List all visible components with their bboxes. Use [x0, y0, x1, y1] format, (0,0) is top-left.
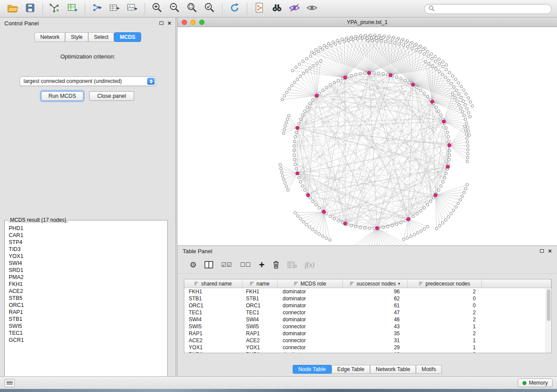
- tab-node-table[interactable]: Node Table: [293, 365, 332, 374]
- table-cell[interactable]: connector: [277, 323, 343, 330]
- level-of-detail-button[interactable]: [286, 2, 303, 16]
- zoom-out-button[interactable]: [166, 2, 183, 16]
- table-row[interactable]: ORC1ORC1dominator610: [184, 302, 546, 309]
- close-table-panel-icon[interactable]: ×: [548, 248, 552, 254]
- mcds-result-item[interactable]: ORC1: [9, 302, 163, 309]
- task-history-button[interactable]: [4, 379, 15, 387]
- mcds-result-item[interactable]: TEC1: [9, 330, 163, 337]
- run-mcds-button[interactable]: Run MCDS: [41, 91, 83, 101]
- apply-layout-button[interactable]: [226, 2, 243, 16]
- mcds-result-item[interactable]: TID3: [9, 246, 163, 253]
- export-network-button[interactable]: [89, 2, 106, 16]
- tab-select[interactable]: Select: [88, 32, 114, 42]
- mcds-result-item[interactable]: ACE2: [9, 288, 163, 295]
- table-cell[interactable]: FKH1: [184, 288, 242, 295]
- optimization-criterion-select[interactable]: largest connected component (undirected): [20, 76, 156, 86]
- table-cell[interactable]: 2: [408, 309, 482, 316]
- network-canvas[interactable]: [177, 27, 557, 245]
- add-column-icon[interactable]: +: [259, 259, 265, 271]
- table-cell[interactable]: connector: [277, 309, 343, 316]
- tab-style[interactable]: Style: [65, 32, 88, 42]
- table-cell[interactable]: 0: [408, 302, 482, 309]
- show-columns-icon[interactable]: [204, 261, 213, 268]
- search-input[interactable]: [437, 6, 547, 12]
- table-cell[interactable]: 0: [408, 351, 482, 353]
- table-cell[interactable]: 1: [408, 323, 482, 330]
- table-cell[interactable]: [482, 330, 546, 337]
- table-row[interactable]: SWI5SWI5connector431: [184, 323, 546, 330]
- tab-network-table[interactable]: Network Table: [370, 365, 416, 374]
- close-panel-icon[interactable]: ×: [168, 20, 171, 26]
- mcds-result-list[interactable]: PHD1CAR1STP4TID3YOX1SWI4SRD1PMA2FKH1ACE2…: [5, 224, 167, 382]
- table-scrollbar-thumb[interactable]: [547, 289, 550, 321]
- table-cell[interactable]: TEC1: [242, 309, 277, 316]
- table-cell[interactable]: 43: [343, 323, 408, 330]
- table-cell[interactable]: dominator: [277, 288, 343, 295]
- table-cell[interactable]: 2: [408, 330, 482, 337]
- table-cell[interactable]: SWI5: [242, 323, 277, 330]
- mcds-result-item[interactable]: SWI4: [9, 260, 163, 267]
- table-cell[interactable]: SWI4: [242, 316, 277, 323]
- table-row[interactable]: PHD1PHD1dominator180: [184, 351, 546, 353]
- table-cell[interactable]: ORC1: [242, 302, 277, 309]
- table-cell[interactable]: 29: [343, 344, 408, 351]
- table-cell[interactable]: connector: [277, 344, 343, 351]
- show-graphics-details-button[interactable]: [304, 2, 320, 16]
- table-cell[interactable]: [482, 288, 546, 295]
- node-table-body[interactable]: FKH1FKH1dominator962STB1STB1dominator620…: [184, 288, 546, 353]
- open-file-button[interactable]: [4, 2, 21, 16]
- float-panel-icon[interactable]: [159, 21, 163, 25]
- table-row[interactable]: STB1STB1dominator620: [184, 295, 546, 302]
- table-cell[interactable]: ORC1: [184, 302, 242, 309]
- float-table-panel-icon[interactable]: [540, 249, 544, 253]
- table-cell[interactable]: [482, 323, 546, 330]
- table-cell[interactable]: ACE2: [184, 337, 242, 344]
- table-cell[interactable]: [482, 295, 546, 302]
- close-panel-button[interactable]: Close panel: [89, 91, 134, 101]
- mcds-result-item[interactable]: GCR1: [9, 337, 163, 344]
- table-cell[interactable]: STB1: [242, 295, 277, 302]
- column-header-successor-nodes[interactable]: successor nodes ▾: [343, 279, 408, 288]
- table-cell[interactable]: 1: [408, 344, 482, 351]
- deselect-all-columns-icon[interactable]: ☐☐: [240, 261, 251, 268]
- table-cell[interactable]: 35: [343, 330, 408, 337]
- table-cell[interactable]: dominator: [277, 351, 343, 353]
- mcds-result-item[interactable]: SWI5: [9, 323, 163, 330]
- mcds-result-item[interactable]: STP4: [9, 239, 163, 246]
- mcds-result-item[interactable]: CAR1: [9, 232, 163, 239]
- table-cell[interactable]: YOX1: [184, 344, 242, 351]
- table-row[interactable]: SWI4SWI4dominator462: [184, 316, 546, 323]
- column-header-name[interactable]: name: [242, 279, 277, 288]
- column-header-predecessor-nodes[interactable]: predecessor nodes: [408, 279, 482, 288]
- mcds-result-item[interactable]: PHD1: [9, 225, 163, 232]
- table-row[interactable]: TEC1TEC1connector472: [184, 309, 546, 316]
- tab-motifs[interactable]: Motifs: [416, 365, 442, 374]
- table-cell[interactable]: [482, 309, 546, 316]
- table-cell[interactable]: [482, 344, 546, 351]
- table-cell[interactable]: SWI5: [184, 323, 242, 330]
- column-header-mcds-role[interactable]: MCDS role: [277, 279, 343, 288]
- zoom-selected-button[interactable]: [201, 2, 218, 16]
- table-row[interactable]: FKH1FKH1dominator962: [184, 288, 546, 295]
- share-document-button[interactable]: [251, 2, 268, 16]
- table-cell[interactable]: FKH1: [242, 288, 277, 295]
- table-cell[interactable]: dominator: [277, 302, 343, 309]
- table-cell[interactable]: PHD1: [242, 351, 277, 353]
- global-search-box[interactable]: [424, 4, 552, 14]
- mcds-result-item[interactable]: PMA2: [9, 274, 163, 281]
- table-cell[interactable]: [482, 351, 546, 353]
- import-table-button[interactable]: [64, 2, 81, 16]
- table-cell[interactable]: 2: [408, 288, 482, 295]
- table-cell[interactable]: 47: [343, 309, 408, 316]
- tab-network[interactable]: Network: [35, 32, 65, 42]
- memory-button[interactable]: Memory: [518, 378, 553, 387]
- table-cell[interactable]: dominator: [277, 295, 343, 302]
- table-cell[interactable]: connector: [277, 337, 343, 344]
- save-session-button[interactable]: [22, 2, 38, 16]
- export-image-button[interactable]: [124, 2, 141, 16]
- column-header-shared-name[interactable]: shared name: [184, 279, 242, 288]
- tab-mcds[interactable]: MCDS: [114, 32, 141, 42]
- table-cell[interactable]: [482, 302, 546, 309]
- mcds-result-item[interactable]: YOX1: [9, 253, 163, 260]
- table-cell[interactable]: 2: [408, 316, 482, 323]
